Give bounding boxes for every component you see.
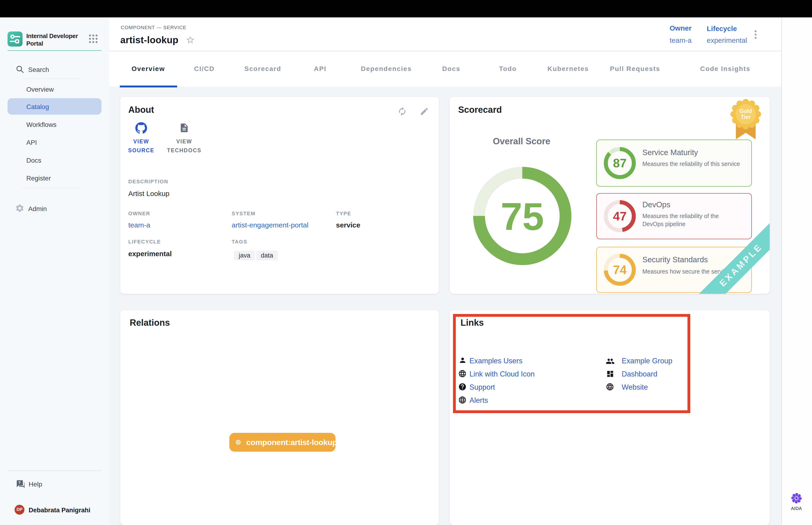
svg-text:87: 87 (613, 156, 627, 170)
svg-text:Tier: Tier (741, 114, 751, 120)
svg-text:74: 74 (613, 263, 627, 276)
svg-text:?: ? (18, 481, 21, 485)
svg-text:75: 75 (501, 195, 544, 238)
svg-text:Gold: Gold (740, 108, 752, 114)
svg-text:47: 47 (613, 209, 627, 223)
